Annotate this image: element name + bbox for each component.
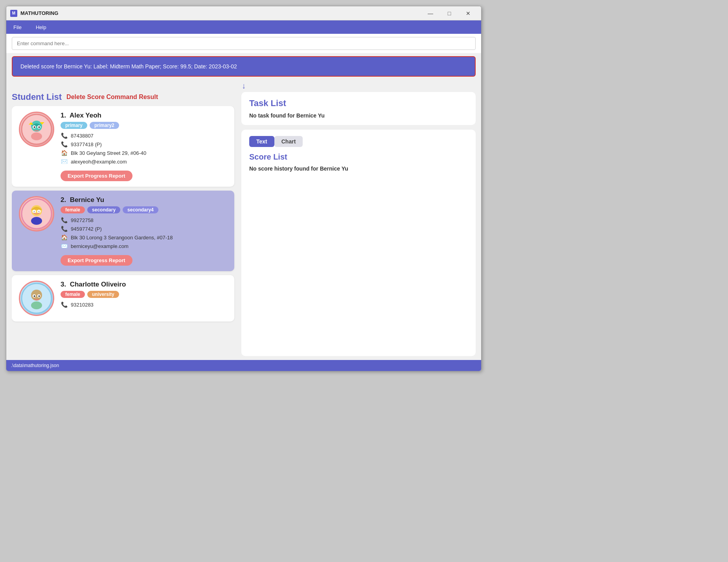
phone2-icon: 📞 xyxy=(61,225,68,232)
score-empty-message: No score history found for Bernice Yu xyxy=(249,165,468,172)
statusbar: .\data\mathutoring.json xyxy=(6,360,481,371)
close-button[interactable]: ✕ xyxy=(459,7,477,19)
app-icon: M xyxy=(10,10,17,17)
task-list-title: Task List xyxy=(249,98,468,108)
svg-point-6 xyxy=(31,132,42,140)
email-alex: ✉️ alexyeoh@example.com xyxy=(61,158,227,165)
tags-alex: primary primary2 xyxy=(61,122,227,129)
student-list-title: Student List xyxy=(12,92,62,102)
svg-point-19 xyxy=(31,217,42,225)
home-icon: 🏠 xyxy=(61,149,68,156)
command-result-label: Delete Score Command Result xyxy=(66,94,158,101)
tag-primary2: primary2 xyxy=(90,122,119,129)
student-card-alex[interactable]: 1. Alex Yeoh primary primary2 📞 87438807 xyxy=(12,106,234,187)
svg-point-5 xyxy=(39,127,40,128)
score-list-title: Score List xyxy=(249,152,468,162)
tag-secondary4: secondary4 xyxy=(123,206,158,213)
tags-charlotte: female university xyxy=(61,291,227,298)
phone2-alex: 📞 93377418 (P) xyxy=(61,141,227,148)
menubar: File Help xyxy=(6,20,481,34)
email-bernice: ✉️ berniceyu@example.com xyxy=(61,242,227,250)
home-icon: 🏠 xyxy=(61,234,68,241)
student-info-bernice: 2. Bernice Yu female secondary secondary… xyxy=(61,196,227,266)
app-title: MATHUTORING xyxy=(20,10,421,16)
command-area xyxy=(6,34,481,53)
arrow-down-icon: ↓ xyxy=(242,81,246,90)
titlebar-buttons: — □ ✕ xyxy=(421,7,477,19)
phone2-bernice: 📞 94597742 (P) xyxy=(61,225,227,232)
task-section: Task List No task found for Bernice Yu xyxy=(241,92,476,125)
score-section: Text Chart Score List No score history f… xyxy=(241,130,476,356)
arrow-indicator: ↓ xyxy=(6,80,481,92)
app-window: M MATHUTORING — □ ✕ File Help Deleted sc… xyxy=(6,6,482,371)
svg-point-7 xyxy=(28,127,31,130)
student-list: 1. Alex Yeoh primary primary2 📞 87438807 xyxy=(12,106,236,356)
svg-point-30 xyxy=(31,301,42,309)
student-card-bernice[interactable]: 2. Bernice Yu female secondary secondary… xyxy=(12,191,234,271)
panel-header: Student List Delete Score Command Result xyxy=(12,92,236,102)
phone1-bernice: 📞 99272758 xyxy=(61,217,227,224)
task-empty-message: No task found for Bernice Yu xyxy=(249,112,468,119)
tag-university: university xyxy=(87,291,119,298)
left-panel: Student List Delete Score Command Result xyxy=(12,92,236,356)
result-text: Deleted score for Bernice Yu: Label: Mid… xyxy=(20,63,237,70)
svg-point-21 xyxy=(42,210,46,214)
tag-primary: primary xyxy=(61,122,87,129)
student-info-alex: 1. Alex Yeoh primary primary2 📞 87438807 xyxy=(61,112,227,181)
svg-point-28 xyxy=(34,296,35,297)
titlebar: M MATHUTORING — □ ✕ xyxy=(6,6,481,20)
minimize-button[interactable]: — xyxy=(421,7,439,19)
student-name-charlotte: 3. Charlotte Oliveiro xyxy=(61,281,227,288)
menu-file[interactable]: File xyxy=(10,23,25,32)
email-icon: ✉️ xyxy=(61,242,68,250)
svg-point-4 xyxy=(34,127,35,128)
avatar-alex xyxy=(19,112,54,147)
maximize-button[interactable]: □ xyxy=(440,7,458,19)
email-icon: ✉️ xyxy=(61,158,68,165)
result-banner: Deleted score for Bernice Yu: Label: Mid… xyxy=(12,56,476,77)
tag-female: female xyxy=(61,206,85,213)
statusbar-path: .\data\mathutoring.json xyxy=(11,363,59,368)
phone1-alex: 📞 87438807 xyxy=(61,132,227,139)
right-panel: Task List No task found for Bernice Yu T… xyxy=(241,92,476,356)
student-info-charlotte: 3. Charlotte Oliveiro female university … xyxy=(61,281,227,310)
svg-point-8 xyxy=(42,127,46,130)
address-alex: 🏠 Blk 30 Geylang Street 29, #06-40 xyxy=(61,149,227,156)
student-name-bernice: 2. Bernice Yu xyxy=(61,196,227,204)
phone1-charlotte: 📞 93210283 xyxy=(61,301,227,308)
tags-bernice: female secondary secondary4 xyxy=(61,206,227,213)
address-bernice: 🏠 Blk 30 Lorong 3 Serangoon Gardens, #07… xyxy=(61,234,227,241)
phone2-icon: 📞 xyxy=(61,141,68,148)
main-content: Student List Delete Score Command Result xyxy=(6,92,481,360)
tabs-row: Text Chart xyxy=(249,136,468,147)
tab-chart[interactable]: Chart xyxy=(274,136,303,147)
student-name-alex: 1. Alex Yeoh xyxy=(61,112,227,119)
phone-icon: 📞 xyxy=(61,217,68,224)
tab-text[interactable]: Text xyxy=(249,136,274,147)
menu-help[interactable]: Help xyxy=(33,23,50,32)
phone-icon: 📞 xyxy=(61,301,68,308)
avatar-bernice xyxy=(19,196,54,231)
svg-point-25 xyxy=(31,290,42,301)
export-btn-alex[interactable]: Export Progress Report xyxy=(61,171,132,181)
tag-female-charlotte: female xyxy=(61,291,85,298)
export-btn-bernice[interactable]: Export Progress Report xyxy=(61,255,132,266)
svg-point-29 xyxy=(39,296,40,297)
command-input[interactable] xyxy=(12,37,476,50)
student-card-charlotte[interactable]: 3. Charlotte Oliveiro female university … xyxy=(12,275,234,321)
tag-secondary: secondary xyxy=(87,206,120,213)
svg-point-20 xyxy=(28,210,31,214)
phone-icon: 📞 xyxy=(61,132,68,139)
avatar-charlotte xyxy=(19,281,54,316)
